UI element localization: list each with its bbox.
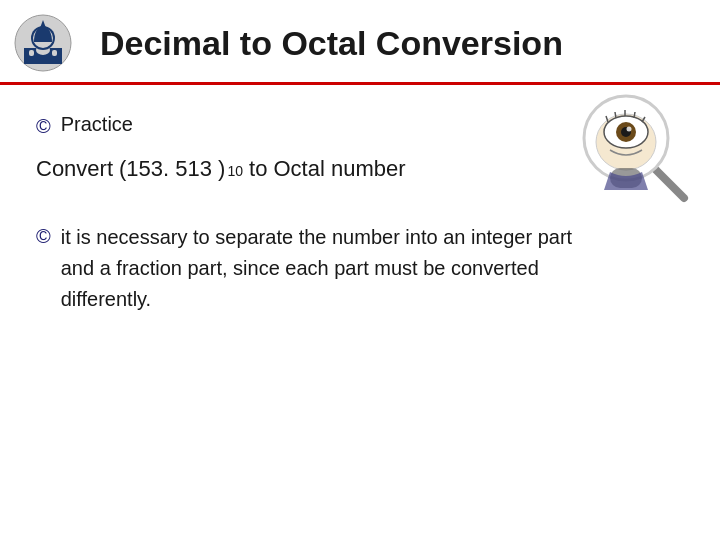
svg-line-9 [656,170,684,198]
svg-line-19 [634,112,635,118]
svg-point-15 [627,127,632,132]
description-text: it is necessary to separate the number i… [61,222,601,315]
bullet-1-icon: © [36,115,51,138]
subscript-10: 10 [227,163,243,179]
practice-label: Practice [61,113,133,136]
bullet-2-icon: © [36,225,51,248]
page-title: Decimal to Octal Conversion [90,24,700,63]
logo [14,14,72,72]
bullet-2-block: © it is necessary to separate the number… [36,222,690,315]
svg-rect-8 [52,50,57,56]
eye-magnifier-illustration [566,80,696,210]
to-octal-text: to Octal number [249,156,406,182]
slide: Decimal to Octal Conversion © Practice C… [0,0,720,540]
svg-rect-7 [29,50,34,56]
number-value: (153. 513 ) [119,156,225,182]
header: Decimal to Octal Conversion [0,0,720,85]
convert-word: Convert [36,156,113,182]
svg-line-17 [615,112,616,118]
